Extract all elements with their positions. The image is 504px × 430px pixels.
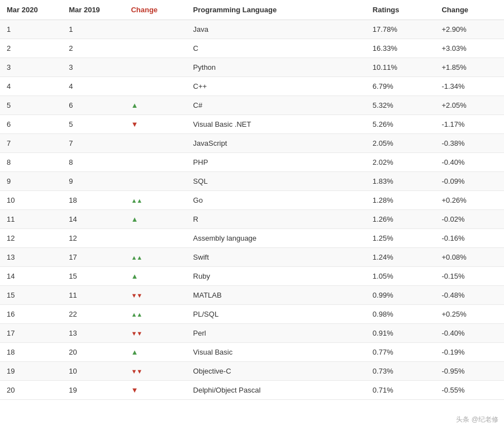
table-row: 1511▼▼MATLAB0.99%-0.48% — [0, 286, 504, 305]
language-name: Visual Basic — [187, 343, 366, 362]
change-icon-cell: ▼▼ — [124, 324, 186, 343]
table-row: 1622▲▲PL/SQL0.98%+0.25% — [0, 305, 504, 324]
change-direction-icon: ▼▼ — [131, 292, 142, 299]
table-row: 2019▼Delphi/Object Pascal0.71%-0.55% — [0, 381, 504, 400]
ratings-value: 5.32% — [366, 96, 435, 115]
rank-2019: 3 — [62, 58, 124, 77]
language-name: Perl — [187, 324, 366, 343]
rank-2020: 2 — [0, 39, 62, 58]
change-icon-cell: ▲ — [124, 267, 186, 286]
table-row: 1820▲Visual Basic0.77%-0.19% — [0, 343, 504, 362]
rank-2020: 14 — [0, 267, 62, 286]
change-value: +0.26% — [435, 191, 504, 210]
change-icon-cell: ▲▲ — [124, 248, 186, 267]
language-name: SQL — [187, 172, 366, 191]
ratings-value: 1.24% — [366, 248, 435, 267]
rank-2020: 8 — [0, 153, 62, 172]
header-mar2019: Mar 2019 — [62, 0, 124, 20]
ratings-value: 1.05% — [366, 267, 435, 286]
change-direction-icon: ▲ — [131, 215, 138, 223]
language-name: Java — [187, 20, 366, 39]
header-language: Programming Language — [187, 0, 366, 20]
language-name: Visual Basic .NET — [187, 115, 366, 134]
rank-2019: 7 — [62, 134, 124, 153]
language-name: C++ — [187, 77, 366, 96]
change-value: -0.16% — [435, 229, 504, 248]
language-name: C# — [187, 96, 366, 115]
ratings-value: 1.83% — [366, 172, 435, 191]
language-name: MATLAB — [187, 286, 366, 305]
change-icon-cell — [124, 20, 186, 39]
table-row: 44C++6.79%-1.34% — [0, 77, 504, 96]
language-name: Delphi/Object Pascal — [187, 381, 366, 400]
table-header-row: Mar 2020 Mar 2019 Change Programming Lan… — [0, 0, 504, 20]
ratings-value: 1.26% — [366, 210, 435, 229]
rank-2020: 12 — [0, 229, 62, 248]
rank-2019: 6 — [62, 96, 124, 115]
ratings-value: 6.79% — [366, 77, 435, 96]
language-name: C — [187, 39, 366, 58]
rank-2020: 3 — [0, 58, 62, 77]
header-mar2020: Mar 2020 — [0, 0, 62, 20]
rank-2019: 5 — [62, 115, 124, 134]
language-name: R — [187, 210, 366, 229]
rank-2019: 18 — [62, 191, 124, 210]
change-value: -0.09% — [435, 172, 504, 191]
change-icon-cell — [124, 39, 186, 58]
change-value: +0.25% — [435, 305, 504, 324]
rank-2020: 4 — [0, 77, 62, 96]
language-name: Go — [187, 191, 366, 210]
rank-2020: 15 — [0, 286, 62, 305]
ratings-value: 0.91% — [366, 324, 435, 343]
rank-2020: 7 — [0, 134, 62, 153]
ratings-value: 5.26% — [366, 115, 435, 134]
table-row: 1018▲▲Go1.28%+0.26% — [0, 191, 504, 210]
rank-2020: 20 — [0, 381, 62, 400]
ratings-value: 17.78% — [366, 20, 435, 39]
change-value: -0.40% — [435, 324, 504, 343]
table-row: 1910▼▼Objective-C0.73%-0.95% — [0, 362, 504, 381]
table-row: 11Java17.78%+2.90% — [0, 20, 504, 39]
change-icon-cell: ▲ — [124, 96, 186, 115]
change-icon-cell — [124, 229, 186, 248]
change-value: +3.03% — [435, 39, 504, 58]
change-icon-cell: ▼▼ — [124, 286, 186, 305]
change-value: -0.40% — [435, 153, 504, 172]
change-direction-icon: ▲▲ — [131, 197, 142, 204]
ratings-value: 1.28% — [366, 191, 435, 210]
change-direction-icon: ▲ — [131, 348, 138, 356]
language-name: Swift — [187, 248, 366, 267]
rank-2019: 11 — [62, 286, 124, 305]
change-icon-cell — [124, 77, 186, 96]
change-value: +1.85% — [435, 58, 504, 77]
header-change: Change — [124, 0, 186, 20]
table-row: 77JavaScript2.05%-0.38% — [0, 134, 504, 153]
ratings-value: 0.98% — [366, 305, 435, 324]
change-value: -1.17% — [435, 115, 504, 134]
change-direction-icon: ▼ — [131, 386, 138, 394]
change-value: -0.55% — [435, 381, 504, 400]
ratings-value: 16.33% — [366, 39, 435, 58]
change-icon-cell: ▲ — [124, 210, 186, 229]
rank-2019: 17 — [62, 248, 124, 267]
change-icon-cell: ▲ — [124, 343, 186, 362]
rank-2019: 8 — [62, 153, 124, 172]
change-value: +2.05% — [435, 96, 504, 115]
change-value: +2.90% — [435, 20, 504, 39]
change-icon-cell — [124, 58, 186, 77]
change-direction-icon: ▲▲ — [131, 311, 142, 318]
change-value: -0.95% — [435, 362, 504, 381]
rank-2020: 17 — [0, 324, 62, 343]
ratings-value: 0.99% — [366, 286, 435, 305]
language-name: Python — [187, 58, 366, 77]
change-icon-cell: ▼ — [124, 115, 186, 134]
change-value: -0.48% — [435, 286, 504, 305]
change-icon-cell: ▼ — [124, 381, 186, 400]
table-row: 56▲C#5.32%+2.05% — [0, 96, 504, 115]
rank-2019: 1 — [62, 20, 124, 39]
change-direction-icon: ▲ — [131, 272, 138, 280]
language-name: PL/SQL — [187, 305, 366, 324]
change-value: -1.34% — [435, 77, 504, 96]
ratings-value: 2.02% — [366, 153, 435, 172]
change-icon-cell — [124, 153, 186, 172]
